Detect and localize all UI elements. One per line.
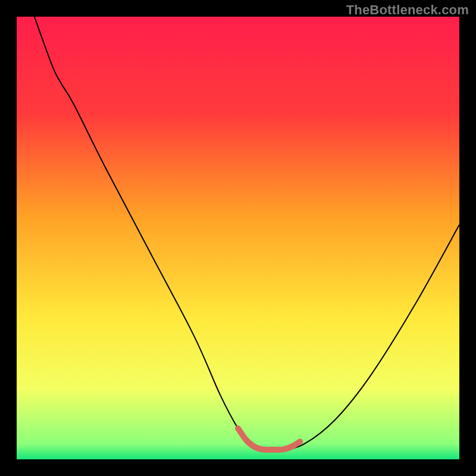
gradient-background: [17, 17, 459, 459]
chart-frame: TheBottleneck.com: [0, 0, 476, 476]
watermark-label: TheBottleneck.com: [346, 2, 469, 18]
bottleneck-chart: [17, 17, 459, 459]
